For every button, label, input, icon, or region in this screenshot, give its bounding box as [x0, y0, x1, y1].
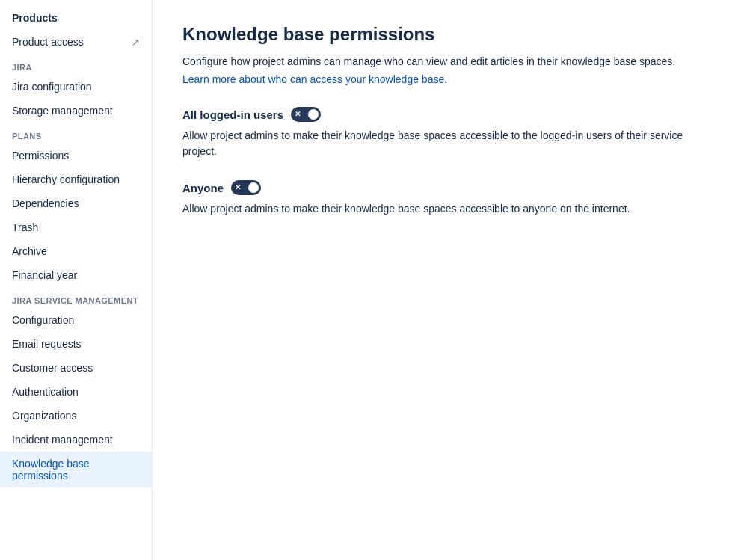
sidebar-item-jira-configuration[interactable]: Jira configuration	[0, 75, 152, 99]
sidebar-item-dependencies[interactable]: Dependencies	[0, 191, 152, 215]
sidebar-item-label: Storage management	[12, 105, 113, 117]
section-anyone: Anyone ✕ Allow project admins to make th…	[182, 180, 717, 217]
learn-more-link[interactable]: Learn more about who can access your kno…	[182, 73, 447, 85]
sidebar-section-jira: JIRA	[0, 54, 152, 75]
sidebar-item-customer-access[interactable]: Customer access	[0, 356, 152, 380]
sidebar-item-organizations[interactable]: Organizations	[0, 404, 152, 428]
sidebar: Products Product access ↗ JIRA Jira conf…	[0, 0, 153, 560]
sidebar-item-label: Dependencies	[12, 197, 79, 209]
sidebar-item-storage-management[interactable]: Storage management	[0, 99, 152, 123]
page-description: Configure how project admins can manage …	[182, 54, 717, 70]
sidebar-item-label: Customer access	[12, 362, 93, 374]
section-anyone-title: Anyone	[182, 182, 224, 194]
sidebar-item-hierarchy-configuration[interactable]: Hierarchy configuration	[0, 167, 152, 191]
sidebar-item-label: Organizations	[12, 410, 76, 422]
sidebar-item-label: Jira configuration	[12, 81, 92, 93]
page-title: Knowledge base permissions	[182, 24, 717, 45]
sidebar-item-trash[interactable]: Trash	[0, 215, 152, 239]
sidebar-item-knowledge-base-permissions[interactable]: Knowledge base permissions	[0, 452, 152, 487]
sidebar-item-label: Hierarchy configuration	[12, 173, 120, 185]
section-all-logged-in: All logged-in users ✕ Allow project admi…	[182, 107, 717, 159]
toggle-x-icon: ✕	[235, 184, 241, 191]
sidebar-item-label: Trash	[12, 221, 38, 233]
sidebar-item-label: Product access	[12, 36, 84, 48]
section-all-logged-in-title: All logged-in users	[182, 108, 283, 121]
toggle-knob	[248, 182, 259, 193]
sidebar-item-label: Email requests	[12, 338, 82, 350]
sidebar-item-label: Financial year	[12, 269, 77, 281]
section-all-logged-in-description: Allow project admins to make their knowl…	[182, 128, 717, 159]
external-link-icon: ↗	[132, 37, 140, 48]
sidebar-item-email-requests[interactable]: Email requests	[0, 332, 152, 356]
section-anyone-description: Allow project admins to make their knowl…	[182, 201, 717, 217]
toggle-anyone[interactable]: ✕	[231, 180, 261, 195]
sidebar-item-permissions[interactable]: Permissions	[0, 144, 152, 167]
sidebar-item-label: Permissions	[12, 150, 69, 161]
sidebar-products-label: Products	[12, 12, 58, 24]
toggle-all-logged-in[interactable]: ✕	[291, 107, 321, 122]
sidebar-item-label: Archive	[12, 245, 47, 257]
main-content: Knowledge base permissions Configure how…	[153, 0, 747, 560]
sidebar-item-label: Knowledge base permissions	[12, 458, 140, 481]
sidebar-item-product-access[interactable]: Product access ↗	[0, 30, 152, 54]
sidebar-item-financial-year[interactable]: Financial year	[0, 263, 152, 287]
toggle-x-icon: ✕	[295, 111, 301, 118]
sidebar-item-incident-management[interactable]: Incident management	[0, 428, 152, 452]
sidebar-item-archive[interactable]: Archive	[0, 239, 152, 263]
sidebar-section-jsm: JIRA SERVICE MANAGEMENT	[0, 287, 152, 308]
sidebar-item-authentication[interactable]: Authentication	[0, 380, 152, 404]
sidebar-section-plans: PLANS	[0, 123, 152, 144]
section-anyone-header: Anyone ✕	[182, 180, 717, 195]
sidebar-item-configuration[interactable]: Configuration	[0, 308, 152, 332]
section-all-logged-in-header: All logged-in users ✕	[182, 107, 717, 122]
sidebar-products-header: Products	[0, 6, 152, 30]
toggle-knob	[308, 109, 319, 120]
sidebar-item-label: Authentication	[12, 386, 79, 398]
sidebar-item-label: Configuration	[12, 314, 74, 326]
sidebar-item-label: Incident management	[12, 434, 113, 446]
